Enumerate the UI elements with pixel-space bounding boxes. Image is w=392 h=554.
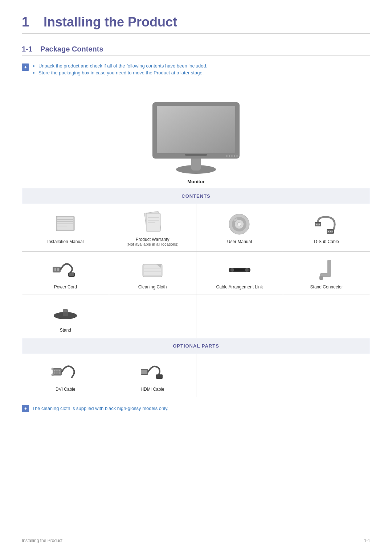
svg-point-65	[57, 373, 58, 374]
item-product-warranty: Product Warranty (Not available in all l…	[109, 204, 196, 252]
optional-empty-2	[283, 354, 370, 397]
footer-page-label: Installing the Product	[22, 538, 62, 543]
item-power-cord: Power Cord	[22, 252, 109, 295]
label-stand-connector: Stand Connector	[286, 284, 367, 290]
svg-point-62	[57, 370, 58, 372]
svg-point-33	[332, 231, 333, 232]
footer-page-number: 1-1	[364, 538, 370, 543]
optional-header-row: OPTIONAL PARTS	[22, 338, 370, 354]
svg-rect-39	[53, 267, 61, 272]
item-stand: Stand	[22, 295, 109, 338]
note-icon-1: ✦	[22, 63, 29, 71]
label-stand: Stand	[25, 328, 106, 333]
svg-point-31	[328, 231, 329, 232]
footer-note-text: The cleaning cloth is supplied with blac…	[32, 406, 168, 411]
svg-point-36	[316, 224, 317, 225]
svg-point-51	[230, 268, 234, 272]
item-stand-connector: Stand Connector	[283, 252, 370, 295]
item-hdmi-cable: HDMI Cable	[109, 354, 196, 397]
footer-note-block: ✦ The cleaning cloth is supplied with bl…	[22, 405, 370, 412]
svg-point-68	[52, 374, 54, 376]
contents-row-icons-3: Stand	[22, 295, 370, 338]
monitor-label: Monitor	[22, 179, 370, 184]
sublabel-product-warranty: (Not available in all locations)	[112, 242, 193, 246]
svg-rect-71	[156, 374, 163, 379]
svg-point-8	[226, 155, 228, 157]
chapter-number: 1	[22, 15, 29, 29]
svg-point-66	[59, 373, 60, 374]
svg-rect-45	[144, 265, 161, 275]
svg-point-38	[319, 224, 320, 225]
svg-point-11	[234, 155, 235, 157]
svg-point-63	[59, 370, 60, 372]
contents-table: CONTENTS Installation Manual	[22, 188, 370, 397]
contents-row-icons-1: Installation Manual Product Warranty (No…	[22, 204, 370, 252]
section-header: 1-1 Package Contents	[22, 45, 370, 53]
item-user-manual: User Manual	[196, 204, 283, 252]
item-dsub-cable: D-Sub Cable	[283, 204, 370, 252]
svg-point-12	[236, 155, 238, 157]
optional-row-icons: DVI Cable HDMI Cable	[22, 354, 370, 397]
empty-cell-2	[196, 295, 283, 338]
item-cleaning-cloth: Cleaning Cloth	[109, 252, 196, 295]
svg-point-32	[330, 231, 331, 232]
label-hdmi-cable: HDMI Cable	[112, 387, 193, 392]
contents-row-icons-2: Power Cord Cleaning Cloth	[22, 252, 370, 295]
svg-point-37	[318, 224, 319, 225]
svg-point-58	[54, 312, 77, 319]
label-user-manual: User Manual	[199, 239, 280, 244]
svg-point-64	[54, 373, 56, 374]
svg-rect-3	[191, 157, 201, 171]
svg-rect-6	[157, 106, 235, 153]
contents-header: CONTENTS	[22, 188, 370, 204]
svg-text:✦: ✦	[24, 407, 27, 411]
page-footer: Installing the Product 1-1	[22, 535, 370, 543]
label-power-cord: Power Cord	[25, 284, 106, 290]
svg-rect-50	[232, 268, 247, 271]
note-text-2: Store the packaging box in case you need…	[38, 70, 207, 75]
note-text-1: Unpack the product and check if all of t…	[38, 63, 207, 69]
svg-rect-72	[141, 370, 147, 374]
label-installation-manual: Installation Manual	[25, 239, 106, 244]
monitor-section: Monitor	[22, 95, 370, 184]
item-dvi-cable: DVI Cable	[22, 354, 109, 397]
monitor-image	[138, 95, 254, 176]
empty-cell-3	[283, 295, 370, 338]
item-installation-manual: Installation Manual	[22, 204, 109, 252]
svg-rect-43	[69, 273, 74, 276]
svg-rect-14	[57, 217, 73, 230]
svg-rect-40	[54, 268, 56, 271]
item-cable-arrangement: Cable Arrangement Link	[196, 252, 283, 295]
label-cleaning-cloth: Cleaning Cloth	[112, 284, 193, 290]
section-number: 1-1	[22, 45, 32, 53]
label-product-warranty: Product Warranty	[112, 237, 193, 242]
svg-point-67	[52, 368, 54, 370]
label-dvi-cable: DVI Cable	[25, 387, 106, 392]
svg-rect-41	[57, 268, 59, 271]
optional-empty-1	[196, 354, 283, 397]
note-block-1: ✦ Unpack the product and check if all of…	[22, 63, 370, 84]
svg-rect-55	[319, 276, 323, 280]
svg-rect-20	[146, 213, 160, 231]
label-dsub-cable: D-Sub Cable	[286, 239, 367, 244]
page-title: 1 Installing the Product	[22, 15, 370, 30]
svg-rect-7	[185, 154, 207, 156]
svg-point-10	[231, 155, 233, 157]
svg-text:✦: ✦	[24, 65, 27, 69]
svg-point-9	[229, 155, 230, 157]
svg-rect-60	[53, 369, 61, 374]
empty-cell-1	[109, 295, 196, 338]
label-cable-arrangement: Cable Arrangement Link	[199, 284, 280, 290]
svg-point-52	[245, 268, 249, 272]
optional-header: OPTIONAL PARTS	[22, 338, 370, 354]
footer-note-icon: ✦	[22, 405, 29, 412]
svg-point-61	[54, 370, 56, 372]
chapter-title: Installing the Product	[44, 15, 177, 29]
svg-point-27	[237, 222, 241, 226]
section-title: Package Contents	[40, 45, 103, 53]
